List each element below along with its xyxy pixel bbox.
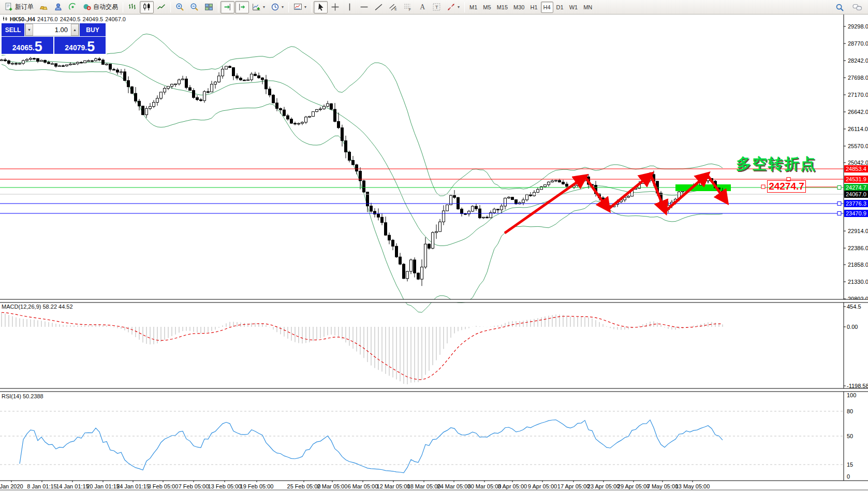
level-handle-23470.9[interactable] — [837, 212, 841, 215]
auto-trade-button[interactable]: 自动交易 — [80, 1, 121, 13]
time-tick-label: 23 Apr 05:00 — [587, 483, 620, 489]
trendline-icon — [374, 3, 383, 11]
price-tick-label: 26114.0 — [848, 126, 868, 132]
candle-chart-button[interactable] — [140, 1, 154, 13]
contacts-icon — [54, 3, 63, 11]
timeframe-button-H1[interactable]: H1 — [527, 2, 540, 13]
periods-button[interactable]: ▾ — [268, 1, 286, 13]
rsi-tick-label: 0 — [847, 473, 850, 480]
line-chart-button[interactable] — [154, 1, 168, 13]
lot-increase-button[interactable]: ▲ — [71, 24, 79, 36]
horizontal-line-button[interactable] — [357, 1, 371, 13]
svg-text:F: F — [409, 8, 411, 11]
timeframe-button-W1[interactable]: W1 — [567, 2, 581, 13]
toolbar: 新订单自动交易▾▾▾EFAT▾ M1M5M15M30H1H4D1W1MN — [0, 0, 868, 15]
level-handle-24274.7[interactable] — [837, 186, 841, 190]
fibonacci-icon: F — [403, 3, 412, 11]
zoom-in-button[interactable] — [173, 1, 187, 13]
time-tick-label: 25 Feb 05:00 — [287, 483, 321, 489]
tile-windows-button[interactable] — [202, 1, 216, 13]
timeframe-button-MN[interactable]: MN — [581, 2, 595, 13]
time-tick-label: 8 Jan 01:15 — [27, 483, 57, 489]
time-tick-label: 7 May 05:00 — [647, 483, 679, 489]
macd-tick-label: 0.00 — [847, 324, 858, 330]
fibonacci-button[interactable]: F — [401, 1, 415, 13]
cursor-button[interactable] — [314, 1, 328, 13]
svg-text:23776.3: 23776.3 — [846, 200, 866, 207]
svg-text:T: T — [435, 4, 438, 10]
callout-left-handle — [761, 185, 765, 189]
templates-button[interactable]: ▾ — [291, 1, 309, 13]
auto-scroll-button[interactable] — [220, 1, 234, 13]
crosshair-button[interactable] — [328, 1, 342, 13]
turning-point-annotation[interactable]: 多空转折点 — [736, 154, 816, 175]
equidistant-channel-button[interactable]: E — [386, 1, 400, 13]
time-tick-label: 24 Jan 01:15 — [116, 483, 150, 489]
time-tick-label: 13 Feb 05:00 — [208, 483, 242, 489]
new-order-label: 新订单 — [15, 3, 34, 11]
chart-canvas[interactable]: 29298.028770.028242.027698.027170.026642… — [0, 0, 868, 491]
pane-divider[interactable] — [0, 388, 868, 392]
price-tick-label: 27170.0 — [848, 92, 868, 98]
timeframe-button-M1[interactable]: M1 — [467, 2, 480, 13]
indicators-button[interactable]: ▾ — [249, 1, 268, 13]
search-button[interactable] — [833, 1, 847, 13]
macd-label: MACD(12,26,9) 58.22 44.52 — [2, 304, 73, 310]
symbol-name: HK50-,H4 — [10, 16, 35, 22]
signals-button[interactable] — [66, 1, 80, 13]
ohlc-low: 24049.5 — [82, 16, 103, 22]
svg-text:E: E — [394, 7, 397, 11]
buy-price-main: 24079 — [65, 42, 85, 53]
sell-price[interactable]: 24065.5 — [2, 37, 53, 54]
svg-text:23470.9: 23470.9 — [846, 210, 866, 216]
trendline-button[interactable] — [372, 1, 386, 13]
search-icon — [835, 3, 844, 12]
vertical-line-button[interactable] — [343, 1, 357, 13]
timeframe-toolbar: M1M5M15M30H1H4D1W1MN — [467, 2, 595, 13]
chevron-down-icon: ▾ — [304, 5, 306, 9]
buy-button[interactable]: BUY — [80, 23, 106, 36]
sell-price-pip: 5 — [35, 40, 42, 53]
svg-text:24274.7: 24274.7 — [846, 184, 866, 191]
timeframe-button-D1[interactable]: D1 — [554, 2, 566, 13]
bar-chart-button[interactable] — [125, 1, 139, 13]
toolbar-separator — [464, 2, 465, 12]
price-tick-label: 28770.0 — [848, 40, 868, 47]
chart-shift-icon — [238, 3, 246, 11]
arrows-button[interactable]: ▾ — [444, 1, 462, 13]
price-callout-box[interactable]: 24274.7 — [767, 180, 806, 193]
chart-shift-button[interactable] — [235, 1, 249, 13]
svg-text:A: A — [420, 3, 425, 11]
gold-button[interactable] — [37, 1, 51, 13]
price-tick-label: 29298.0 — [848, 23, 868, 30]
price-tick-label: 28242.0 — [848, 57, 868, 64]
chat-button[interactable] — [850, 1, 865, 13]
new-order-button[interactable]: 新订单 — [2, 1, 36, 13]
time-tick-label: 17 Apr 05:00 — [557, 483, 590, 489]
candle-chart-icon — [142, 3, 151, 11]
toolbar-separator — [123, 2, 123, 12]
timeframe-button-H4[interactable]: H4 — [541, 2, 553, 13]
time-tick-label: 24 Mar 05:00 — [437, 483, 471, 489]
level-handle-23776.3[interactable] — [837, 202, 841, 206]
chevron-down-icon: ▾ — [458, 5, 460, 9]
signals-icon — [68, 3, 77, 11]
timeframe-button-M5[interactable]: M5 — [480, 2, 493, 13]
text-label-button[interactable]: T — [430, 1, 444, 13]
sell-button[interactable]: SELL — [2, 23, 24, 36]
pane-divider[interactable] — [0, 299, 868, 302]
timeframe-button-M30[interactable]: M30 — [511, 2, 527, 13]
zoom-out-icon — [190, 3, 199, 11]
zoom-out-button[interactable] — [187, 1, 201, 13]
svg-text:24067.0: 24067.0 — [846, 191, 866, 197]
lot-decrease-button[interactable]: ▼ — [25, 24, 33, 36]
svg-text:24531.9: 24531.9 — [846, 176, 866, 182]
lot-size-input[interactable] — [33, 24, 71, 36]
timeframe-button-M15[interactable]: M15 — [494, 2, 510, 13]
contacts-button[interactable] — [51, 1, 65, 13]
price-tick-label: 26642.0 — [848, 109, 868, 115]
macd-tick-label: 454.5 — [847, 304, 861, 310]
buy-price[interactable]: 24079.5 — [54, 37, 106, 54]
time-tick-label: 7 Feb 05:00 — [179, 483, 209, 489]
text-button[interactable]: A — [415, 1, 429, 13]
